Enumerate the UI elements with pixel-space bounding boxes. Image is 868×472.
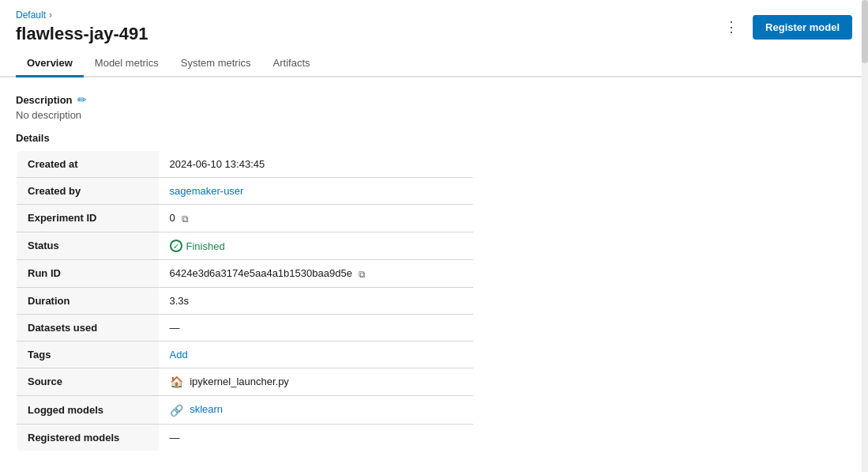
row-value: 6424e3d6a3174e5aa4a1b1530baa9d5e ⧉ bbox=[159, 260, 474, 288]
row-value: 🔗 sklearn bbox=[159, 396, 474, 425]
row-key: Created by bbox=[17, 178, 159, 205]
row-value: — bbox=[159, 314, 474, 341]
experiment-id-value: 0 bbox=[170, 212, 175, 224]
table-row: Logged models 🔗 sklearn bbox=[17, 396, 474, 425]
status-check-icon: ✓ bbox=[170, 240, 182, 252]
row-key: Duration bbox=[17, 287, 159, 314]
row-key: Created at bbox=[17, 151, 159, 178]
copy-run-id-icon[interactable]: ⧉ bbox=[359, 269, 366, 280]
row-value: ✓ Finished bbox=[159, 232, 474, 260]
row-value: — bbox=[159, 424, 474, 451]
description-label: Description bbox=[16, 94, 73, 106]
table-row: Datasets used — bbox=[17, 314, 474, 341]
tab-artifacts[interactable]: Artifacts bbox=[262, 51, 321, 77]
row-value: Add bbox=[159, 341, 474, 368]
logged-model-link[interactable]: sklearn bbox=[190, 403, 223, 415]
table-row: Source 🏠 ipykernel_launcher.py bbox=[17, 368, 474, 396]
table-row: Created at 2024-06-10 13:43:45 bbox=[17, 151, 474, 178]
details-label: Details bbox=[16, 132, 852, 144]
top-bar: Default › flawless-jay-491 ⋮ Register mo… bbox=[0, 0, 868, 51]
logged-model-icon: 🔗 bbox=[170, 404, 183, 417]
table-row: Experiment ID 0 ⧉ bbox=[17, 205, 474, 232]
details-table: Created at 2024-06-10 13:43:45 Created b… bbox=[16, 150, 474, 451]
more-button[interactable]: ⋮ bbox=[718, 15, 745, 39]
table-row: Tags Add bbox=[17, 341, 474, 368]
main-content: Description ✏ No description Details Cre… bbox=[0, 77, 868, 467]
row-key: Source bbox=[17, 368, 159, 396]
row-key: Experiment ID bbox=[17, 205, 159, 232]
table-row: Status ✓ Finished bbox=[17, 232, 474, 260]
tab-model-metrics[interactable]: Model metrics bbox=[84, 51, 170, 77]
source-value: ipykernel_launcher.py bbox=[190, 376, 289, 387]
tab-bar: Overview Model metrics System metrics Ar… bbox=[0, 51, 868, 77]
row-value: 0 ⧉ bbox=[159, 205, 474, 232]
tab-overview[interactable]: Overview bbox=[16, 51, 84, 77]
row-value: 🏠 ipykernel_launcher.py bbox=[159, 368, 474, 396]
table-row: Registered models — bbox=[17, 424, 474, 451]
top-actions: ⋮ Register model bbox=[718, 15, 852, 40]
title-section: Default › flawless-jay-491 bbox=[16, 9, 148, 44]
table-row: Run ID 6424e3d6a3174e5aa4a1b1530baa9d5e … bbox=[17, 260, 474, 288]
table-row: Created by sagemaker-user bbox=[17, 178, 474, 205]
row-value: 3.3s bbox=[159, 287, 474, 314]
created-by-link[interactable]: sagemaker-user bbox=[170, 185, 244, 197]
row-value: sagemaker-user bbox=[159, 178, 474, 205]
status-badge: ✓ Finished bbox=[170, 240, 225, 252]
breadcrumb-parent[interactable]: Default bbox=[16, 9, 46, 21]
breadcrumb: Default › bbox=[16, 9, 148, 21]
row-key: Datasets used bbox=[17, 314, 159, 341]
scrollbar-track[interactable] bbox=[862, 0, 868, 467]
description-value: No description bbox=[16, 109, 852, 121]
add-tags-link[interactable]: Add bbox=[170, 349, 188, 361]
run-id-value: 6424e3d6a3174e5aa4a1b1530baa9d5e bbox=[170, 267, 352, 279]
row-key: Logged models bbox=[17, 396, 159, 425]
scrollbar-thumb[interactable] bbox=[862, 0, 868, 63]
status-text: Finished bbox=[186, 240, 225, 252]
edit-description-icon[interactable]: ✏ bbox=[77, 93, 87, 106]
description-header: Description ✏ bbox=[16, 93, 852, 106]
row-key: Tags bbox=[17, 341, 159, 368]
tab-system-metrics[interactable]: System metrics bbox=[170, 51, 262, 77]
row-key: Registered models bbox=[17, 424, 159, 451]
copy-experiment-id-icon[interactable]: ⧉ bbox=[182, 213, 189, 225]
table-row: Duration 3.3s bbox=[17, 287, 474, 314]
row-value: 2024-06-10 13:43:45 bbox=[159, 151, 474, 178]
source-home-icon: 🏠 bbox=[170, 376, 183, 388]
page-title: flawless-jay-491 bbox=[16, 24, 148, 44]
register-model-button[interactable]: Register model bbox=[753, 15, 852, 40]
row-key: Run ID bbox=[17, 260, 159, 288]
row-key: Status bbox=[17, 232, 159, 260]
breadcrumb-separator: › bbox=[49, 9, 52, 21]
